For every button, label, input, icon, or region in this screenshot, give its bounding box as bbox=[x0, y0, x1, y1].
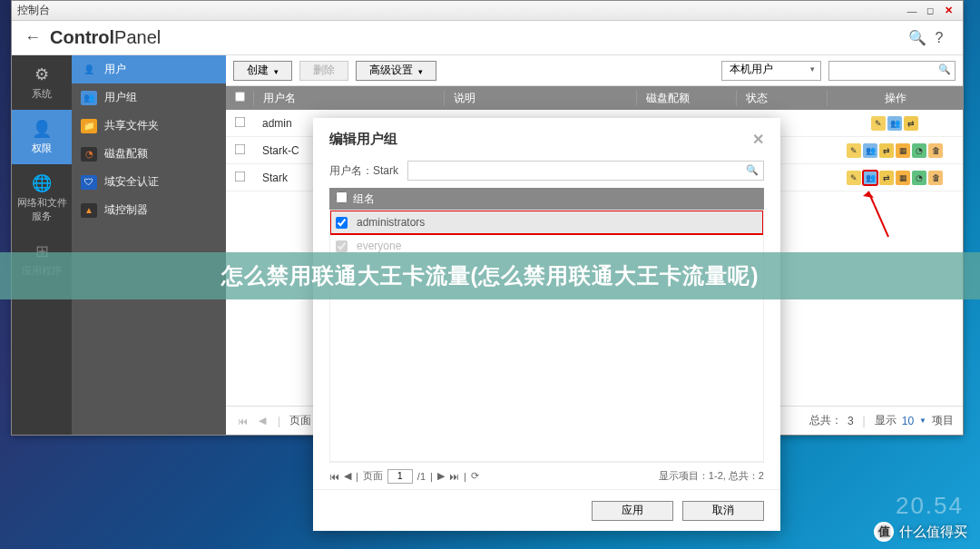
shield-icon: 🛡 bbox=[81, 175, 97, 190]
toolbar: 创建 删除 高级设置 本机用户 bbox=[226, 55, 963, 86]
modal-pager-summary: 显示项目：1-2, 总共：2 bbox=[659, 469, 764, 483]
window-close-button[interactable] bbox=[939, 4, 957, 18]
watermark-text: 什么值得买 bbox=[899, 524, 967, 541]
group-icon: 👥 bbox=[81, 91, 97, 105]
sub-nav: 👤用户 👥用户组 📁共享文件夹 ◔磁盘配额 🛡域安全认证 ▲域控制器 bbox=[72, 55, 226, 435]
subnav-item-shared[interactable]: 📁共享文件夹 bbox=[72, 112, 226, 140]
modal-title: 编辑用户组 bbox=[329, 131, 397, 148]
row-actions: ✎👥⇄▦◔🗑 bbox=[847, 171, 943, 185]
group-name: administrators bbox=[357, 216, 425, 229]
row-actions: ✎👥⇄ bbox=[871, 116, 918, 131]
pager-show-value[interactable]: 10 bbox=[902, 415, 914, 427]
modal-search-input[interactable] bbox=[407, 161, 764, 181]
modal-close-icon[interactable]: ✕ bbox=[752, 131, 764, 148]
pager-page-label: 页面 bbox=[289, 413, 311, 428]
modal-pager-label: 页面 bbox=[363, 469, 383, 483]
group-checkbox[interactable] bbox=[336, 217, 348, 229]
pager-items-label: 项目 bbox=[932, 413, 954, 428]
row-checkbox[interactable] bbox=[234, 143, 245, 154]
rail-nav: ⚙系统 👤权限 🌐网络和文件服务 ⊞应用程序 bbox=[12, 55, 72, 435]
app-icon[interactable]: ▦ bbox=[896, 171, 910, 185]
rail-item-system[interactable]: ⚙系统 bbox=[12, 55, 72, 110]
quota-icon[interactable]: ◔ bbox=[912, 143, 926, 158]
edit-icon[interactable]: ✎ bbox=[847, 171, 861, 185]
col-groupname: 组名 bbox=[353, 191, 375, 207]
window-minimize-button[interactable] bbox=[903, 4, 921, 18]
share-icon[interactable]: ⇄ bbox=[879, 171, 894, 185]
pager-prev-icon[interactable]: ◀ bbox=[344, 470, 351, 482]
pager-next-icon[interactable]: ▶ bbox=[437, 470, 445, 482]
pager-first-icon[interactable]: ⏮ bbox=[329, 471, 339, 482]
cancel-button[interactable]: 取消 bbox=[682, 501, 764, 521]
edit-icon[interactable]: ✎ bbox=[847, 143, 861, 158]
modal-group-list: administrators everyone bbox=[329, 210, 764, 462]
col-quota[interactable]: 磁盘配额 bbox=[636, 91, 736, 106]
pager-last-icon[interactable]: ⏭ bbox=[449, 471, 459, 482]
subnav-item-security[interactable]: 🛡域安全认证 bbox=[72, 168, 226, 196]
window-titlebar: 控制台 bbox=[12, 1, 963, 21]
group-icon[interactable]: 👥 bbox=[863, 171, 877, 185]
subnav-item-quota[interactable]: ◔磁盘配额 bbox=[72, 140, 226, 168]
search-input[interactable] bbox=[828, 61, 956, 81]
app-icon[interactable]: ▦ bbox=[896, 143, 910, 158]
modal-username-value: Stark bbox=[373, 164, 398, 177]
folder-icon: 📁 bbox=[81, 119, 97, 133]
apply-button[interactable]: 应用 bbox=[592, 501, 673, 521]
page-title: ControlPanel bbox=[50, 27, 906, 48]
group-checkbox bbox=[336, 240, 348, 252]
help-icon[interactable]: ? bbox=[928, 30, 950, 46]
desktop-clock: 20.54 bbox=[896, 492, 964, 520]
panel-header: ← ControlPanel 🔍 ? bbox=[12, 21, 963, 55]
window-title: 控制台 bbox=[17, 3, 50, 18]
modal-pager: ⏮ ◀ | 页面 /1 | ▶ ⏭ | ⟳ 显示项目：1-2, 总共：2 bbox=[329, 462, 764, 489]
pager-total-label: 总共： bbox=[809, 413, 842, 428]
delete-icon[interactable]: 🗑 bbox=[928, 171, 943, 185]
col-description[interactable]: 说明 bbox=[444, 91, 636, 106]
scope-select[interactable]: 本机用户 bbox=[721, 61, 821, 81]
delete-icon[interactable]: 🗑 bbox=[928, 143, 943, 158]
advanced-button[interactable]: 高级设置 bbox=[356, 61, 436, 81]
col-operations: 操作 bbox=[827, 91, 963, 106]
subnav-item-domain[interactable]: ▲域控制器 bbox=[72, 196, 226, 224]
group-icon[interactable]: 👥 bbox=[863, 143, 877, 158]
overlay-caption: 怎么禁用联通大王卡流量(怎么禁用联通大王卡流量呢) bbox=[0, 252, 980, 299]
chevron-down-icon[interactable]: ▼ bbox=[919, 417, 926, 425]
group-icon[interactable]: 👥 bbox=[887, 116, 902, 131]
row-actions: ✎👥⇄▦◔🗑 bbox=[847, 143, 943, 158]
table-header: 用户名 说明 磁盘配额 状态 操作 bbox=[226, 86, 963, 110]
create-button[interactable]: 创建 bbox=[233, 61, 292, 81]
group-select-all-checkbox[interactable] bbox=[336, 191, 348, 203]
search-icon[interactable]: 🔍 bbox=[906, 29, 928, 46]
modal-pager-of: /1 bbox=[417, 471, 426, 482]
delete-button: 删除 bbox=[299, 61, 348, 81]
subnav-item-users[interactable]: 👤用户 bbox=[72, 55, 226, 83]
rail-item-network[interactable]: 🌐网络和文件服务 bbox=[12, 164, 72, 232]
globe-icon: 🌐 bbox=[14, 173, 70, 193]
group-row-administrators[interactable]: administrators bbox=[330, 211, 763, 234]
pager-first-icon[interactable]: ⏮ bbox=[235, 416, 250, 426]
window-maximize-button[interactable] bbox=[921, 4, 939, 18]
pager-show-label: 显示 bbox=[875, 413, 897, 428]
modal-group-header: 组名 bbox=[329, 188, 764, 210]
quota-icon[interactable]: ◔ bbox=[912, 171, 926, 185]
watermark: 值 什么值得买 bbox=[874, 522, 967, 542]
edit-icon[interactable]: ✎ bbox=[871, 116, 886, 131]
rail-item-privilege[interactable]: 👤权限 bbox=[12, 110, 72, 164]
select-all-checkbox[interactable] bbox=[234, 92, 245, 103]
pager-refresh-icon[interactable]: ⟳ bbox=[471, 470, 479, 482]
share-icon[interactable]: ⇄ bbox=[904, 116, 918, 131]
row-checkbox[interactable] bbox=[234, 171, 245, 181]
gear-icon: ⚙ bbox=[14, 64, 70, 84]
col-username[interactable]: 用户名 bbox=[253, 91, 444, 106]
subnav-item-groups[interactable]: 👥用户组 bbox=[72, 83, 226, 112]
group-name: everyone bbox=[357, 240, 401, 252]
share-icon[interactable]: ⇄ bbox=[879, 143, 894, 158]
domain-icon: ▲ bbox=[81, 203, 97, 218]
modal-pager-input[interactable] bbox=[387, 469, 413, 484]
edit-group-modal: 编辑用户组 ✕ 用户名： Stark 组名 administrators eve… bbox=[313, 118, 780, 531]
row-checkbox[interactable] bbox=[234, 116, 245, 127]
back-arrow-icon[interactable]: ← bbox=[24, 28, 41, 47]
col-status[interactable]: 状态 bbox=[736, 91, 827, 106]
modal-username-label: 用户名： bbox=[329, 163, 373, 179]
pager-prev-icon[interactable]: ◀ bbox=[256, 415, 269, 426]
